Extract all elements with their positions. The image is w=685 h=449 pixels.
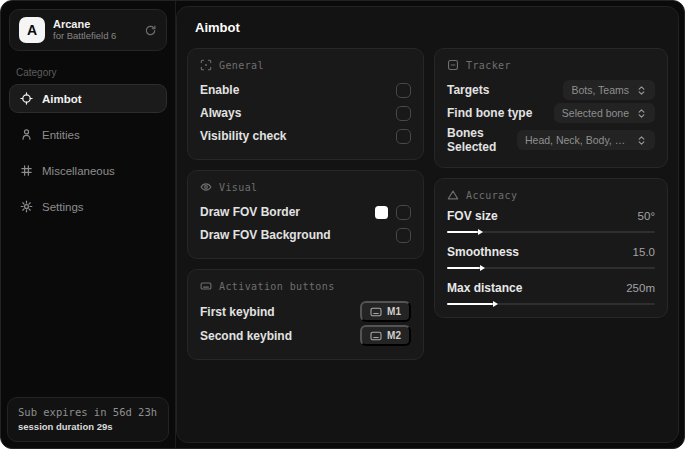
find-bone-type-dropdown[interactable]: Selected bone	[554, 103, 655, 123]
sidebar-item-miscellaneous[interactable]: Miscellaneous	[9, 156, 167, 185]
setting-row-second-keybind: Second keybind M2	[200, 324, 411, 347]
category-label: Category	[16, 67, 175, 78]
setting-label: First keybind	[200, 305, 275, 319]
chevron-up-down-icon	[636, 85, 647, 96]
setting-label: Find bone type	[447, 106, 532, 120]
setting-label: Always	[200, 106, 241, 120]
setting-label: Enable	[200, 83, 239, 97]
dropdown-value: Head, Neck, Body, Pe..	[525, 134, 629, 146]
main-content: Aimbot General	[176, 6, 679, 443]
panel-activation-buttons: Activation buttons First keybind M1	[187, 269, 424, 360]
dropdown-value: Bots, Teams	[571, 84, 629, 96]
sidebar-item-settings[interactable]: Settings	[9, 192, 167, 221]
setting-row-enable: Enable	[200, 79, 411, 101]
setting-label: Targets	[447, 83, 489, 97]
slider-label: Smoothness	[447, 245, 519, 259]
setting-label: Draw FOV Border	[200, 205, 300, 219]
eye-icon	[200, 181, 212, 193]
triangle-icon	[447, 189, 459, 201]
slider-group-fov-size: FOV size 50°	[447, 209, 655, 233]
setting-row-always: Always	[200, 102, 411, 124]
app-subtitle: for Battlefield 6	[53, 31, 116, 42]
setting-label: Second keybind	[200, 329, 292, 343]
second-keybind-button[interactable]: M2	[360, 325, 411, 346]
slider-value: 250m	[626, 282, 655, 294]
sub-expiry-text: Sub expires in 56d 23h	[18, 406, 158, 418]
gear-icon	[20, 200, 33, 213]
setting-row-find-bone-type: Find bone type Selected bone	[447, 102, 655, 124]
chevron-up-down-icon	[636, 108, 647, 119]
panel-tracker: Tracker Targets Bots, Teams	[434, 48, 668, 168]
max-distance-slider[interactable]	[447, 303, 655, 305]
setting-label: Visibility check	[200, 129, 287, 143]
slider-group-smoothness: Smoothness 15.0	[447, 245, 655, 269]
app-window: A Arcane for Battlefield 6 Category	[0, 0, 685, 449]
setting-row-first-keybind: First keybind M1	[200, 300, 411, 323]
fov-size-slider[interactable]	[447, 231, 655, 233]
panel-title: General	[219, 60, 264, 71]
chevron-up-down-icon	[636, 135, 647, 146]
slider-thumb[interactable]	[478, 229, 483, 235]
setting-row-draw-fov-border: Draw FOV Border	[200, 201, 411, 223]
left-column: General Enable Always Visibility check	[187, 48, 424, 360]
fov-border-color-swatch[interactable]	[375, 206, 388, 219]
key-icon	[370, 331, 382, 341]
logo-card: A Arcane for Battlefield 6	[9, 9, 167, 51]
setting-row-bones-selected: Bones Selected Head, Neck, Body, Pe..	[447, 125, 655, 155]
enable-checkbox[interactable]	[396, 83, 411, 98]
first-keybind-button[interactable]: M1	[360, 301, 411, 322]
sidebar-item-label: Settings	[42, 201, 84, 213]
panel-title: Tracker	[466, 60, 511, 71]
sidebar-item-label: Entities	[42, 129, 80, 141]
subscription-info-card: Sub expires in 56d 23h session duration …	[7, 397, 169, 442]
slider-group-max-distance: Max distance 250m	[447, 281, 655, 305]
panel-title: Activation buttons	[219, 281, 335, 292]
right-column: Tracker Targets Bots, Teams	[434, 48, 668, 318]
sync-icon[interactable]	[144, 24, 157, 37]
slider-fill	[447, 231, 478, 233]
keybind-value: M1	[387, 306, 401, 317]
draw-fov-border-checkbox[interactable]	[396, 205, 411, 220]
slider-fill	[447, 303, 493, 305]
panel-visual: Visual Draw FOV Border Draw FOV Backgrou…	[187, 170, 424, 259]
panel-accuracy: Accuracy FOV size 50°	[434, 178, 668, 318]
keyboard-icon	[200, 280, 212, 292]
slider-label: FOV size	[447, 209, 498, 223]
smoothness-slider[interactable]	[447, 267, 655, 269]
bones-selected-dropdown[interactable]: Head, Neck, Body, Pe..	[517, 130, 655, 150]
scan-icon	[200, 59, 212, 71]
setting-label: Bones Selected	[447, 126, 517, 154]
person-icon	[20, 128, 33, 141]
sidebar-item-aimbot[interactable]: Aimbot	[9, 84, 167, 113]
visibility-check-checkbox[interactable]	[396, 129, 411, 144]
slider-thumb[interactable]	[480, 265, 485, 271]
sidebar-item-entities[interactable]: Entities	[9, 120, 167, 149]
keybind-value: M2	[387, 330, 401, 341]
always-checkbox[interactable]	[396, 106, 411, 121]
setting-label: Draw FOV Background	[200, 228, 331, 242]
sidebar: A Arcane for Battlefield 6 Category	[1, 1, 176, 448]
app-logo: A	[19, 17, 45, 43]
sidebar-nav: Aimbot Entities Miscellaneous	[1, 84, 175, 221]
slider-value: 50°	[638, 210, 655, 222]
setting-row-targets: Targets Bots, Teams	[447, 79, 655, 101]
grid-icon	[20, 164, 33, 177]
panel-title: Visual	[219, 182, 258, 193]
square-minus-icon	[447, 59, 459, 71]
sidebar-item-label: Miscellaneous	[42, 165, 115, 177]
panel-general: General Enable Always Visibility check	[187, 48, 424, 160]
session-duration-text: session duration 29s	[18, 421, 158, 432]
slider-fill	[447, 267, 480, 269]
draw-fov-background-checkbox[interactable]	[396, 228, 411, 243]
logo-text: Arcane for Battlefield 6	[53, 18, 116, 42]
setting-row-visibility-check: Visibility check	[200, 125, 411, 147]
crosshair-icon	[20, 92, 33, 105]
setting-row-draw-fov-background: Draw FOV Background	[200, 224, 411, 246]
panel-title: Accuracy	[466, 190, 517, 201]
dropdown-value: Selected bone	[562, 107, 629, 119]
sidebar-item-label: Aimbot	[42, 93, 82, 105]
targets-dropdown[interactable]: Bots, Teams	[563, 80, 655, 100]
slider-label: Max distance	[447, 281, 522, 295]
app-title: Arcane	[53, 18, 116, 31]
slider-thumb[interactable]	[493, 301, 498, 307]
